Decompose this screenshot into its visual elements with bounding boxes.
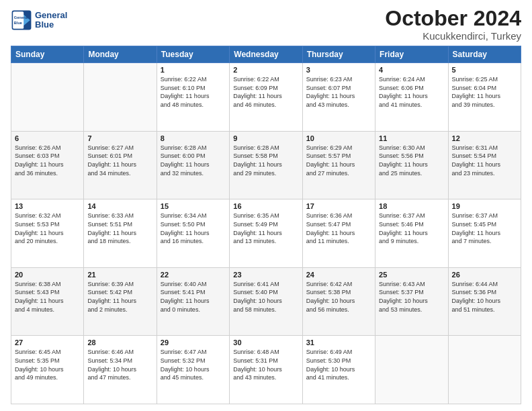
calendar-cell: 29Sunrise: 6:47 AM Sunset: 5:32 PM Dayli… xyxy=(157,336,229,404)
calendar-cell: 15Sunrise: 6:34 AM Sunset: 5:50 PM Dayli… xyxy=(157,199,229,268)
day-number: 17 xyxy=(306,202,371,210)
location-title: Kucukkendirci, Turkey xyxy=(385,30,521,42)
day-number: 31 xyxy=(306,338,371,347)
calendar-cell: 17Sunrise: 6:36 AM Sunset: 5:47 PM Dayli… xyxy=(302,199,375,268)
calendar-cell: 31Sunrise: 6:49 AM Sunset: 5:30 PM Dayli… xyxy=(302,336,375,404)
cell-info: Sunrise: 6:31 AM Sunset: 5:54 PM Dayligh… xyxy=(452,144,517,177)
weekday-header-friday: Friday xyxy=(375,46,448,63)
day-number: 1 xyxy=(161,66,226,74)
day-number: 28 xyxy=(87,338,152,347)
calendar-cell: 8Sunrise: 6:28 AM Sunset: 6:00 PM Daylig… xyxy=(157,131,229,199)
cell-info: Sunrise: 6:22 AM Sunset: 6:10 PM Dayligh… xyxy=(161,75,226,109)
logo-line1: General xyxy=(35,11,67,20)
cell-info: Sunrise: 6:49 AM Sunset: 5:30 PM Dayligh… xyxy=(306,348,371,381)
day-number: 30 xyxy=(233,338,298,347)
day-number: 11 xyxy=(379,134,444,142)
day-number: 3 xyxy=(306,66,371,74)
calendar-cell: 16Sunrise: 6:35 AM Sunset: 5:49 PM Dayli… xyxy=(230,199,302,268)
cell-info: Sunrise: 6:43 AM Sunset: 5:37 PM Dayligh… xyxy=(379,280,444,314)
day-number: 6 xyxy=(15,134,80,142)
day-number: 19 xyxy=(452,202,517,210)
calendar-cell: 24Sunrise: 6:42 AM Sunset: 5:38 PM Dayli… xyxy=(302,267,375,336)
cell-info: Sunrise: 6:37 AM Sunset: 5:46 PM Dayligh… xyxy=(379,212,444,245)
calendar-cell xyxy=(375,336,448,404)
calendar-week-row: 20Sunrise: 6:38 AM Sunset: 5:43 PM Dayli… xyxy=(11,267,521,336)
page: General Blue General Blue October 2024 K… xyxy=(0,0,532,411)
cell-info: Sunrise: 6:32 AM Sunset: 5:53 PM Dayligh… xyxy=(15,212,80,245)
cell-info: Sunrise: 6:48 AM Sunset: 5:31 PM Dayligh… xyxy=(233,348,298,381)
weekday-header-wednesday: Wednesday xyxy=(230,46,302,63)
logo: General Blue General Blue xyxy=(11,9,67,31)
day-number: 24 xyxy=(306,271,371,279)
cell-info: Sunrise: 6:35 AM Sunset: 5:49 PM Dayligh… xyxy=(233,212,298,245)
cell-info: Sunrise: 6:40 AM Sunset: 5:41 PM Dayligh… xyxy=(161,280,226,314)
calendar-cell: 25Sunrise: 6:43 AM Sunset: 5:37 PM Dayli… xyxy=(375,267,448,336)
day-number: 8 xyxy=(161,134,226,142)
day-number: 7 xyxy=(87,134,152,142)
calendar-cell: 18Sunrise: 6:37 AM Sunset: 5:46 PM Dayli… xyxy=(375,199,448,268)
cell-info: Sunrise: 6:34 AM Sunset: 5:50 PM Dayligh… xyxy=(161,212,226,245)
cell-info: Sunrise: 6:42 AM Sunset: 5:38 PM Dayligh… xyxy=(306,280,371,314)
cell-info: Sunrise: 6:28 AM Sunset: 6:00 PM Dayligh… xyxy=(161,144,226,177)
calendar-week-row: 13Sunrise: 6:32 AM Sunset: 5:53 PM Dayli… xyxy=(11,199,521,268)
calendar-cell: 5Sunrise: 6:25 AM Sunset: 6:04 PM Daylig… xyxy=(448,63,521,132)
day-number: 18 xyxy=(379,202,444,210)
logo-icon: General Blue xyxy=(11,9,32,31)
cell-info: Sunrise: 6:29 AM Sunset: 5:57 PM Dayligh… xyxy=(306,144,371,177)
calendar-week-row: 1Sunrise: 6:22 AM Sunset: 6:10 PM Daylig… xyxy=(11,63,521,132)
day-number: 12 xyxy=(452,134,517,142)
day-number: 27 xyxy=(15,338,80,347)
calendar-cell: 9Sunrise: 6:28 AM Sunset: 5:58 PM Daylig… xyxy=(230,131,302,199)
cell-info: Sunrise: 6:37 AM Sunset: 5:45 PM Dayligh… xyxy=(452,212,517,245)
svg-text:Blue: Blue xyxy=(14,21,22,25)
cell-info: Sunrise: 6:28 AM Sunset: 5:58 PM Dayligh… xyxy=(233,144,298,177)
day-number: 25 xyxy=(379,271,444,279)
cell-info: Sunrise: 6:41 AM Sunset: 5:40 PM Dayligh… xyxy=(233,280,298,314)
cell-info: Sunrise: 6:46 AM Sunset: 5:34 PM Dayligh… xyxy=(87,348,152,381)
calendar-cell: 1Sunrise: 6:22 AM Sunset: 6:10 PM Daylig… xyxy=(157,63,229,132)
header: General Blue General Blue October 2024 K… xyxy=(11,7,521,42)
weekday-header-saturday: Saturday xyxy=(448,46,521,63)
weekday-header-sunday: Sunday xyxy=(11,46,84,63)
calendar-cell xyxy=(11,63,84,132)
cell-info: Sunrise: 6:26 AM Sunset: 6:03 PM Dayligh… xyxy=(15,144,80,177)
calendar-cell: 23Sunrise: 6:41 AM Sunset: 5:40 PM Dayli… xyxy=(230,267,302,336)
calendar-cell: 11Sunrise: 6:30 AM Sunset: 5:56 PM Dayli… xyxy=(375,131,448,199)
calendar-cell: 6Sunrise: 6:26 AM Sunset: 6:03 PM Daylig… xyxy=(11,131,84,199)
calendar-cell: 22Sunrise: 6:40 AM Sunset: 5:41 PM Dayli… xyxy=(157,267,229,336)
cell-info: Sunrise: 6:22 AM Sunset: 6:09 PM Dayligh… xyxy=(233,75,298,109)
svg-text:General: General xyxy=(14,15,28,19)
calendar-cell: 26Sunrise: 6:44 AM Sunset: 5:36 PM Dayli… xyxy=(448,267,521,336)
day-number: 23 xyxy=(233,271,298,279)
calendar-cell: 12Sunrise: 6:31 AM Sunset: 5:54 PM Dayli… xyxy=(448,131,521,199)
day-number: 9 xyxy=(233,134,298,142)
cell-info: Sunrise: 6:39 AM Sunset: 5:42 PM Dayligh… xyxy=(87,280,152,314)
title-block: October 2024 Kucukkendirci, Turkey xyxy=(385,7,521,42)
cell-info: Sunrise: 6:30 AM Sunset: 5:56 PM Dayligh… xyxy=(379,144,444,177)
cell-info: Sunrise: 6:38 AM Sunset: 5:43 PM Dayligh… xyxy=(15,280,80,314)
calendar-cell: 27Sunrise: 6:45 AM Sunset: 5:35 PM Dayli… xyxy=(11,336,84,404)
cell-info: Sunrise: 6:25 AM Sunset: 6:04 PM Dayligh… xyxy=(452,75,517,109)
day-number: 26 xyxy=(452,271,517,279)
cell-info: Sunrise: 6:27 AM Sunset: 6:01 PM Dayligh… xyxy=(87,144,152,177)
weekday-header-tuesday: Tuesday xyxy=(157,46,229,63)
calendar-cell: 28Sunrise: 6:46 AM Sunset: 5:34 PM Dayli… xyxy=(84,336,157,404)
day-number: 20 xyxy=(15,271,80,279)
day-number: 4 xyxy=(379,66,444,74)
weekday-header-monday: Monday xyxy=(84,46,157,63)
cell-info: Sunrise: 6:44 AM Sunset: 5:36 PM Dayligh… xyxy=(452,280,517,314)
day-number: 16 xyxy=(233,202,298,210)
weekday-header-thursday: Thursday xyxy=(302,46,375,63)
calendar-week-row: 6Sunrise: 6:26 AM Sunset: 6:03 PM Daylig… xyxy=(11,131,521,199)
logo-line2: Blue xyxy=(35,20,67,30)
calendar-cell: 7Sunrise: 6:27 AM Sunset: 6:01 PM Daylig… xyxy=(84,131,157,199)
day-number: 13 xyxy=(15,202,80,210)
calendar-table: SundayMondayTuesdayWednesdayThursdayFrid… xyxy=(11,46,521,404)
logo-text: General Blue xyxy=(35,11,67,30)
calendar-cell xyxy=(84,63,157,132)
calendar-cell: 2Sunrise: 6:22 AM Sunset: 6:09 PM Daylig… xyxy=(230,63,302,132)
calendar-header-row: SundayMondayTuesdayWednesdayThursdayFrid… xyxy=(11,46,521,63)
calendar-cell: 21Sunrise: 6:39 AM Sunset: 5:42 PM Dayli… xyxy=(84,267,157,336)
calendar-cell: 30Sunrise: 6:48 AM Sunset: 5:31 PM Dayli… xyxy=(230,336,302,404)
cell-info: Sunrise: 6:23 AM Sunset: 6:07 PM Dayligh… xyxy=(306,75,371,109)
